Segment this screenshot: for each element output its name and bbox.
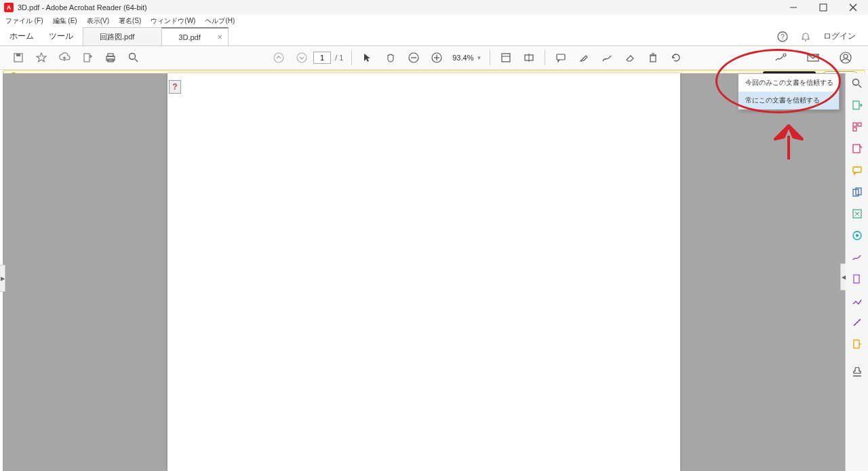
- compress-icon[interactable]: [851, 208, 863, 220]
- svg-point-14: [130, 54, 136, 60]
- search-icon[interactable]: [851, 77, 863, 90]
- svg-point-33: [844, 54, 848, 58]
- separator: [490, 50, 490, 65]
- bell-icon[interactable]: [800, 31, 811, 42]
- document-tab[interactable]: 回路図.pdf: [83, 27, 162, 45]
- edit-pdf-icon[interactable]: [851, 143, 863, 155]
- tab-label: 3D.pdf: [178, 33, 200, 41]
- svg-point-6: [805, 40, 806, 41]
- content-warning-badge[interactable]: ?: [169, 80, 181, 94]
- svg-rect-39: [853, 128, 856, 131]
- close-tab-icon[interactable]: ×: [218, 33, 222, 42]
- svg-text:?: ?: [781, 33, 785, 41]
- svg-rect-48: [854, 340, 859, 348]
- minimize-button[interactable]: [778, 0, 808, 15]
- more-tool-icon[interactable]: [851, 338, 863, 350]
- fit-page-icon[interactable]: [500, 52, 512, 64]
- document-tab[interactable]: 3D.pdf ×: [161, 27, 228, 45]
- cloud-upload-icon[interactable]: [58, 52, 71, 64]
- tab-label: 回路図.pdf: [100, 32, 134, 42]
- trust-once-item[interactable]: 今回のみこの文書を信頼する: [738, 74, 839, 92]
- svg-line-15: [135, 59, 138, 62]
- mail-icon[interactable]: [807, 52, 819, 64]
- svg-rect-36: [853, 101, 859, 109]
- caret-down-icon: ▼: [476, 55, 481, 61]
- select-arrow-icon[interactable]: [361, 52, 374, 64]
- export-pdf-icon[interactable]: [851, 99, 863, 111]
- svg-point-46: [856, 234, 859, 237]
- svg-rect-23: [502, 54, 510, 62]
- document-tab-bar: ホーム ツール 回路図.pdf 3D.pdf × ? ログイン: [0, 27, 868, 46]
- main-toolbar: / 1 93.4%▼: [0, 46, 868, 70]
- export-icon[interactable]: [81, 52, 94, 64]
- svg-rect-38: [858, 123, 861, 126]
- page-total: / 1: [335, 54, 343, 62]
- right-panel-toggle[interactable]: ◀: [840, 263, 846, 290]
- svg-rect-37: [853, 123, 856, 126]
- menu-file[interactable]: ファイル (F): [5, 16, 43, 26]
- star-icon[interactable]: [35, 52, 47, 64]
- comment-icon[interactable]: [555, 52, 567, 64]
- page-down-icon[interactable]: [296, 52, 308, 64]
- page-up-icon[interactable]: [273, 52, 285, 64]
- svg-point-30: [783, 54, 786, 56]
- separator: [545, 50, 545, 65]
- measure-icon[interactable]: [851, 316, 863, 328]
- draw-icon[interactable]: [601, 52, 613, 64]
- protect-icon[interactable]: [851, 295, 863, 307]
- page-canvas: ?: [167, 73, 680, 471]
- separator: [351, 50, 352, 65]
- svg-marker-9: [37, 53, 46, 62]
- svg-point-17: [297, 53, 307, 62]
- print-icon[interactable]: [104, 52, 117, 64]
- sign-icon[interactable]: [774, 52, 787, 64]
- comment-tool-icon[interactable]: [851, 164, 863, 176]
- fit-width-icon[interactable]: [523, 52, 535, 64]
- svg-rect-8: [16, 54, 20, 56]
- svg-rect-26: [557, 54, 565, 60]
- trust-always-item[interactable]: 常にこの文書を信頼する: [738, 92, 839, 109]
- highlight-icon[interactable]: [578, 52, 590, 64]
- nav-home[interactable]: ホーム: [9, 31, 34, 42]
- menu-sign[interactable]: 署名(S): [119, 16, 141, 26]
- close-button[interactable]: [838, 0, 868, 15]
- right-tool-rail: ◀: [845, 73, 868, 471]
- find-icon[interactable]: [127, 52, 140, 64]
- menu-edit[interactable]: 編集 (E): [53, 16, 77, 26]
- menu-window[interactable]: ウィンドウ(W): [151, 16, 195, 26]
- svg-rect-27: [650, 56, 656, 62]
- svg-point-16: [274, 53, 283, 62]
- svg-rect-1: [820, 4, 827, 11]
- redact-icon[interactable]: [851, 229, 863, 242]
- svg-rect-40: [853, 145, 860, 153]
- document-area[interactable]: ?: [3, 73, 845, 471]
- account-icon[interactable]: [840, 52, 852, 64]
- combine-icon[interactable]: [851, 186, 863, 198]
- zoom-in-icon[interactable]: [431, 52, 443, 64]
- nav-tools[interactable]: ツール: [49, 31, 73, 42]
- convert-icon[interactable]: [851, 273, 863, 285]
- help-icon[interactable]: ?: [777, 31, 788, 42]
- window-title-bar: A 3D.pdf - Adobe Acrobat Reader (64-bit): [0, 0, 868, 15]
- login-link[interactable]: ログイン: [823, 31, 856, 42]
- app-icon: A: [4, 3, 14, 12]
- svg-line-35: [859, 85, 861, 88]
- options-dropdown: 今回のみこの文書を信頼する 常にこの文書を信頼する: [738, 73, 840, 110]
- organize-icon[interactable]: [851, 121, 863, 133]
- eraser-icon[interactable]: [624, 52, 636, 64]
- svg-rect-10: [84, 54, 90, 62]
- left-panel-toggle[interactable]: ▶: [0, 265, 5, 292]
- menu-help[interactable]: ヘルプ(H): [205, 16, 235, 26]
- page-number-input[interactable]: [313, 52, 331, 64]
- menu-view[interactable]: 表示(V): [87, 16, 109, 26]
- window-title: 3D.pdf - Adobe Acrobat Reader (64-bit): [18, 3, 147, 12]
- save-icon[interactable]: [12, 52, 24, 64]
- zoom-out-icon[interactable]: [408, 52, 420, 64]
- sign-tool-icon[interactable]: [851, 251, 863, 263]
- maximize-button[interactable]: [808, 0, 838, 15]
- zoom-level[interactable]: 93.4%▼: [452, 54, 481, 62]
- stamp-icon[interactable]: [851, 366, 863, 379]
- rotate-icon[interactable]: [670, 52, 682, 64]
- hand-icon[interactable]: [384, 52, 397, 64]
- delete-icon[interactable]: [647, 52, 659, 64]
